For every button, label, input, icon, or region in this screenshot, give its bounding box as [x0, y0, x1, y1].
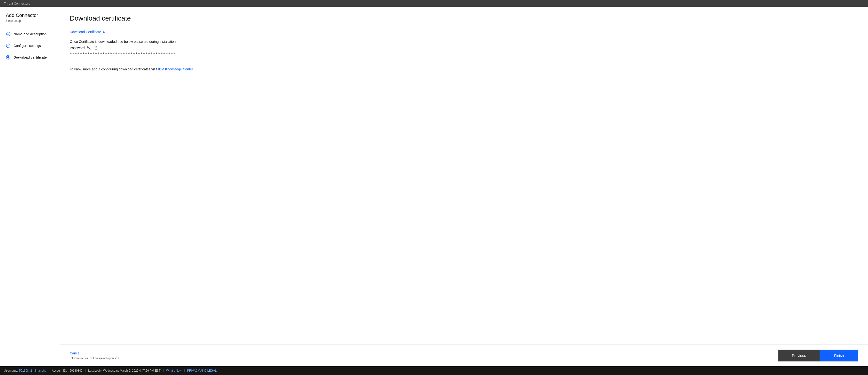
download-icon: ⬇ [102, 30, 105, 34]
kb-section: To know more about configuring download … [70, 67, 858, 71]
step-label-download: Download certificate [13, 56, 47, 59]
account-id-label: Account ID: [52, 369, 67, 372]
sidebar-step-configure[interactable]: Configure settings [0, 40, 60, 52]
cancel-note: Information will not be saved upon exit [70, 356, 119, 360]
kb-text-prefix: To know more about configuring download … [70, 67, 158, 71]
eye-slash-icon [87, 46, 91, 50]
sidebar-subtitle: 5 min setup [6, 19, 54, 23]
kb-text: To know more about configuring download … [70, 67, 858, 71]
password-row: Password [70, 45, 858, 50]
sidebar-step-download[interactable]: Download certificate [0, 52, 60, 63]
modal-container: Add Connector 5 min setup Name and descr… [0, 7, 868, 366]
svg-rect-4 [95, 47, 97, 49]
step-completed-icon-configure [6, 43, 11, 48]
account-id-value [68, 369, 68, 372]
username-link[interactable]: 50130842_himanshu [19, 369, 46, 372]
step-label-name: Name and description [13, 32, 46, 36]
footer-left: Cancel Information will not be saved upo… [70, 351, 778, 360]
last-login: Last Login: Wednesday, March 2, 2022 4:4… [88, 369, 161, 372]
svg-point-0 [6, 32, 10, 36]
separator-4: | [184, 369, 185, 372]
separator-1: | [49, 369, 50, 372]
password-value: ****************************************… [70, 52, 858, 56]
modal-footer: Cancel Information will not be saved upo… [60, 344, 868, 366]
top-bar: Threat Connectors [0, 0, 868, 7]
separator-3: | [163, 369, 164, 372]
page-title: Download certificate [70, 14, 858, 22]
app-title: Threat Connectors [4, 2, 30, 5]
separator-2: | [85, 369, 86, 372]
toggle-password-visibility-button[interactable] [87, 45, 91, 50]
svg-point-1 [6, 44, 10, 48]
privacy-legal-link[interactable]: PRIVACY AND LEGAL [187, 369, 217, 372]
download-certificate-link[interactable]: Download Certificate ⬇ [70, 30, 858, 34]
step-active-icon-download [6, 55, 11, 60]
footer-right: Previous Finish [778, 350, 858, 362]
info-section: Once Certificate is downloaded use below… [70, 40, 858, 56]
step-label-configure: Configure settings [13, 44, 41, 48]
password-label: Password [70, 46, 85, 50]
main-content: Download certificate Download Certificat… [60, 7, 868, 344]
sidebar-title: Add Connector [6, 12, 54, 18]
sidebar-steps: Name and description Configure settings [0, 28, 60, 63]
sidebar-step-name[interactable]: Name and description [0, 28, 60, 40]
cancel-button[interactable]: Cancel [70, 351, 81, 355]
svg-point-3 [7, 56, 9, 59]
username-label: Username: [4, 369, 18, 372]
copy-password-button[interactable] [93, 45, 98, 50]
whats-new-link[interactable]: What's New [166, 369, 182, 372]
previous-button[interactable]: Previous [778, 350, 819, 362]
info-text: Once Certificate is downloaded use below… [70, 40, 858, 43]
sidebar-header: Add Connector 5 min setup [0, 12, 60, 28]
sidebar: Add Connector 5 min setup Name and descr… [0, 7, 60, 366]
account-id: 50130842 [69, 369, 82, 372]
ibm-knowledge-center-link[interactable]: IBM Knowledge Center [158, 67, 193, 71]
download-link-text: Download Certificate [70, 30, 101, 34]
finish-button[interactable]: Finish [819, 350, 858, 362]
step-completed-icon-name [6, 32, 11, 37]
copy-icon [94, 46, 98, 50]
status-bar: Username: 50130842_himanshu | Account ID… [0, 366, 868, 375]
